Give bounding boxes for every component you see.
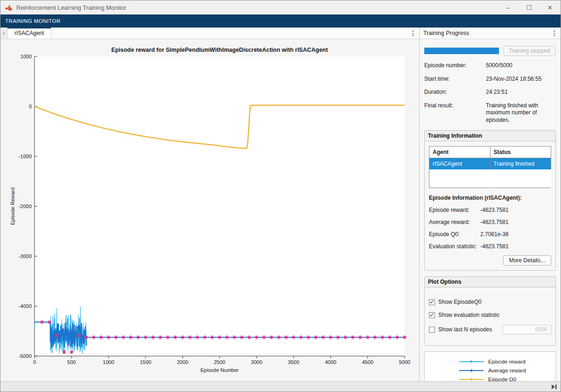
field-label: Final result: <box>424 102 486 124</box>
field-value: 24:23:51 <box>486 89 556 96</box>
agents-table-header-row: Agent Status <box>429 146 551 158</box>
field-value: 23-Nov-2024 18:56:55 <box>486 76 556 83</box>
agents-table-header-agent: Agent <box>429 146 491 158</box>
svg-text:-2000: -2000 <box>19 203 32 209</box>
tab-label: rISACAgent <box>14 30 44 36</box>
line-marker-icon <box>458 376 484 381</box>
agents-table-header-status: Status <box>490 146 551 158</box>
svg-text:-1000: -1000 <box>19 154 32 159</box>
panel-body: Training stopped Episode number:5000/500… <box>420 39 561 381</box>
svg-text:1500: 1500 <box>140 359 151 365</box>
last-n-episodes-input[interactable] <box>503 325 551 334</box>
tab-spacer <box>51 28 407 39</box>
progress-field-row: Start time:23-Nov-2024 18:56:55 <box>424 76 556 83</box>
field-label: Episode number: <box>424 62 486 70</box>
svg-text:1000: 1000 <box>103 359 114 365</box>
field-label: Duration: <box>424 89 486 96</box>
tab-list-icon[interactable]: ≡ <box>0 28 7 39</box>
svg-text:Episode reward for SimplePendl: Episode reward for SimplePendlumWithImag… <box>112 47 329 53</box>
training-progress-bar <box>424 48 499 54</box>
legend-row: Episode Q0 <box>425 376 555 381</box>
plot-options-box: Plot Options ✓Show EpisodeQ0✓Show evalua… <box>424 276 556 346</box>
episode-fields: Episode reward:-4623.7581Average reward:… <box>429 207 551 250</box>
checkbox[interactable]: ✓ <box>429 299 435 305</box>
toolstrip: TRAINING MONITOR <box>0 14 561 28</box>
svg-text:0: 0 <box>29 104 32 109</box>
svg-text:-4000: -4000 <box>19 303 32 309</box>
checkbox-label: Show last N episodes <box>438 326 492 333</box>
svg-text:0: 0 <box>33 359 36 365</box>
svg-text:4500: 4500 <box>362 359 373 365</box>
status-bar <box>0 381 561 392</box>
checkbox-label: Show evaluation statistic <box>438 312 499 318</box>
tab-risacagent[interactable]: rISACAgent <box>7 28 51 39</box>
training-progress-panel: Training Progress ⋮ Training stopped Epi… <box>420 28 561 381</box>
svg-text:5000: 5000 <box>399 359 410 365</box>
agent-status-cell: Training finished <box>490 158 551 169</box>
plot-container: 0500100015002000250030003500400045005000… <box>0 39 419 381</box>
panel-header: Training Progress ⋮ <box>420 28 561 39</box>
field-label: Start time: <box>424 76 486 83</box>
episode-field-row: Average reward:-4623.7581 <box>429 219 551 225</box>
progress-fields: Episode number:5000/5000Start time:23-No… <box>424 62 556 124</box>
line-marker-icon <box>458 367 484 374</box>
agent-row-selected[interactable]: rISACAgent Training finished <box>429 158 551 169</box>
training-information-title: Training Information <box>425 131 555 141</box>
svg-text:500: 500 <box>67 359 76 365</box>
checkbox[interactable] <box>429 327 435 333</box>
progress-bar-fill <box>424 48 499 54</box>
field-value: 5000/5000 <box>486 62 556 70</box>
svg-text:3000: 3000 <box>251 359 262 365</box>
progress-field-row: Duration:24:23:51 <box>424 89 556 96</box>
progress-row: Training stopped <box>424 46 556 56</box>
field-label: Evaluation statistic: <box>429 243 480 250</box>
close-button[interactable]: ✕ <box>540 0 561 14</box>
progress-field-row: Final result:Training finished with maxi… <box>424 102 556 124</box>
field-value: -4623.7581 <box>480 219 509 225</box>
skip-to-end-icon[interactable] <box>551 384 557 390</box>
agents-table: Agent Status rISACAgent Training finishe… <box>429 146 551 189</box>
panel-title: Training Progress <box>423 30 548 36</box>
tab-overflow-menu-icon[interactable]: ⋮ <box>407 28 419 39</box>
agent-name-cell: rISACAgent <box>429 158 491 169</box>
checkbox-label: Show EpisodeQ0 <box>438 299 482 305</box>
legend-label: Episode reward <box>488 358 526 365</box>
minimize-button[interactable]: – <box>498 0 519 14</box>
svg-text:3500: 3500 <box>288 359 299 365</box>
svg-text:4000: 4000 <box>325 359 336 365</box>
plot-option-row: ✓Show evaluation statistic <box>429 312 551 318</box>
svg-text:-5000: -5000 <box>19 353 32 359</box>
toolstrip-tab-training-monitor[interactable]: TRAINING MONITOR <box>5 18 61 24</box>
maximize-button[interactable]: ☐ <box>519 0 540 14</box>
matlab-logo-icon <box>5 4 13 11</box>
legend-label: Episode Q0 <box>488 376 516 381</box>
field-value: 2.7081e-36 <box>480 231 509 238</box>
document-tab-bar: ≡ rISACAgent ⋮ <box>0 28 419 39</box>
chart-legend: Episode rewardAverage rewardEpisode Q0Ev… <box>424 351 556 381</box>
field-value: -4623.7581 <box>480 243 509 250</box>
episode-field-row: Episode reward:-4623.7581 <box>429 207 551 213</box>
svg-text:1000: 1000 <box>21 54 32 59</box>
plot-option-row: ✓Show EpisodeQ0 <box>429 299 551 305</box>
plot-options-title: Plot Options <box>425 277 555 287</box>
app-window: Reinforcement Learning Training Monitor … <box>0 0 561 392</box>
document-area: ≡ rISACAgent ⋮ 0500100015002000250030003… <box>0 28 420 381</box>
field-value: -4623.7581 <box>480 207 509 213</box>
agents-table-empty-row <box>429 169 551 188</box>
legend-row: Episode reward <box>425 358 555 365</box>
svg-text:2000: 2000 <box>177 359 188 365</box>
svg-text:-3000: -3000 <box>19 253 32 259</box>
panel-menu-icon[interactable]: ⋮ <box>548 29 561 37</box>
legend-row: Average reward <box>425 367 555 374</box>
field-label: Episode Q0: <box>429 231 480 238</box>
field-label: Episode reward: <box>429 207 480 213</box>
line-marker-icon <box>458 358 484 365</box>
episode-information-title: Episode Information (rISACAgent): <box>429 195 551 201</box>
field-value: Training finished with maximum number of… <box>486 102 556 124</box>
more-details-button[interactable]: More Details... <box>503 255 551 266</box>
training-stopped-button[interactable]: Training stopped <box>504 46 555 56</box>
checkbox[interactable]: ✓ <box>429 312 435 318</box>
episode-field-row: Evaluation statistic:-4623.7581 <box>429 243 551 250</box>
legend-label: Average reward <box>488 367 526 374</box>
progress-field-row: Episode number:5000/5000 <box>424 62 556 70</box>
